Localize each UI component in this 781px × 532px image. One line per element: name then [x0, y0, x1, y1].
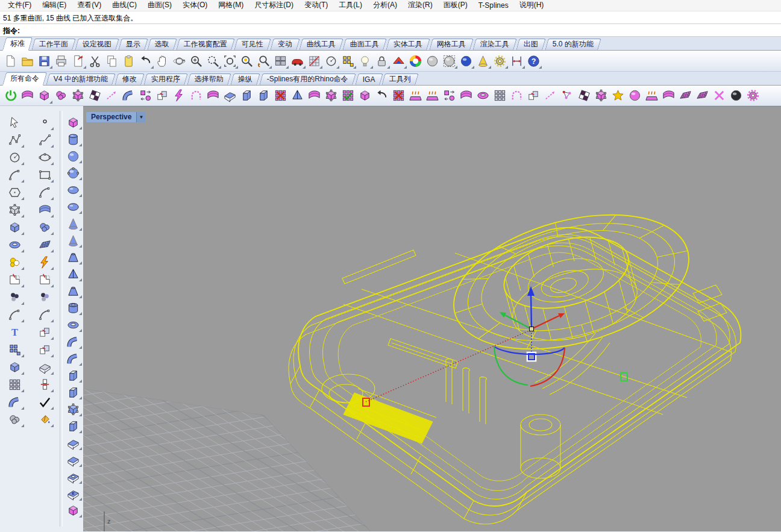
ts-convert-surface-icon[interactable] — [19, 87, 36, 104]
solid-pyramid-icon[interactable] — [63, 266, 83, 283]
tab-curve-tools[interactable]: 曲线工具 — [299, 39, 343, 50]
solid-sphere-points-icon[interactable] — [63, 164, 83, 181]
twist-tool-icon[interactable] — [5, 393, 25, 411]
save-icon[interactable] — [36, 52, 52, 69]
menu-tools[interactable]: 工具(L) — [333, 0, 368, 12]
tab-utilities[interactable]: 实用程序 — [143, 74, 187, 85]
polygon-tool-icon[interactable] — [5, 184, 25, 201]
plugin-puzzle-icon[interactable] — [5, 254, 25, 271]
ts-clamp-icon[interactable] — [441, 87, 457, 104]
tab-new-in-v5[interactable]: 5.0 的新功能 — [545, 39, 601, 50]
trim-tool-icon[interactable] — [5, 271, 25, 289]
ts-box-icon[interactable] — [36, 87, 52, 104]
pan-icon[interactable] — [154, 52, 171, 69]
solid-cone-icon[interactable] — [63, 232, 83, 249]
solid-extrusion-alt-icon[interactable] — [63, 384, 83, 401]
rendered-sphere-icon[interactable] — [458, 52, 474, 69]
tab-all-commands[interactable]: 所有命令 — [2, 72, 47, 86]
ts-poly-face-icon[interactable] — [289, 87, 306, 104]
menu-tsplines[interactable]: T-Splines — [473, 0, 514, 11]
surface-tool-icon[interactable] — [34, 201, 55, 219]
solid-torus-icon[interactable] — [63, 316, 83, 333]
solid-ellipsoid-alt-icon[interactable] — [63, 198, 83, 215]
ts-skew-sheet-icon[interactable] — [677, 87, 694, 104]
ellipse-tool-icon[interactable] — [34, 149, 55, 166]
display-wedge-icon[interactable] — [390, 52, 407, 69]
solid-tube-icon[interactable] — [63, 299, 83, 316]
text-tool-icon[interactable]: T — [5, 324, 25, 341]
tab-viewport-layout[interactable]: 工作视窗配置 — [176, 39, 234, 50]
print-icon[interactable] — [53, 52, 69, 69]
tab-set-view[interactable]: 设定视图 — [75, 39, 119, 50]
ts-snap-grid-icon[interactable] — [492, 87, 508, 104]
point-tool-icon[interactable] — [34, 114, 55, 131]
rectangle-tool-icon[interactable] — [34, 166, 55, 184]
ts-gear-icon[interactable] — [745, 87, 761, 104]
undo-icon[interactable] — [137, 52, 154, 69]
ts-bowl-icon[interactable] — [475, 87, 491, 104]
curve-tool-icon[interactable] — [34, 131, 55, 149]
solid-box-icon[interactable] — [63, 114, 83, 131]
zoom-extents-icon[interactable] — [222, 52, 238, 69]
array-linear-icon[interactable] — [34, 376, 55, 393]
ts-branch-icon[interactable] — [121, 87, 137, 104]
ts-tree-icon[interactable] — [559, 87, 576, 104]
tab-toolbar-list[interactable]: 工具列 — [382, 74, 419, 85]
tab-selection-help[interactable]: 选择帮助 — [187, 74, 231, 85]
dimension-icon[interactable] — [509, 52, 525, 69]
box-tool-icon[interactable] — [5, 219, 25, 236]
perspective-viewport[interactable]: Perspective ▼ z — [83, 106, 781, 531]
ts-banner-icon[interactable] — [660, 87, 677, 104]
ts-weld-2-icon[interactable] — [424, 87, 441, 104]
solid-text-icon[interactable]: E — [63, 485, 83, 502]
ts-checker-icon[interactable] — [576, 87, 592, 104]
solid-slab-icon[interactable] — [63, 434, 83, 451]
cplane-grid-icon[interactable] — [306, 52, 322, 69]
tab-render-tools[interactable]: 渲染工具 — [472, 39, 516, 50]
ts-arc-arrow-icon[interactable] — [509, 87, 525, 104]
menu-mesh[interactable]: 网格(M) — [213, 0, 249, 12]
ts-grid-check-icon[interactable] — [340, 87, 356, 104]
polyline-tool-icon[interactable] — [5, 131, 25, 149]
object-items-icon[interactable] — [340, 52, 356, 69]
ts-sphere-cage-icon[interactable] — [87, 87, 103, 104]
ts-s-bend-icon[interactable] — [458, 87, 474, 104]
extrude-ribs-icon[interactable] — [34, 358, 55, 376]
tab-cplane[interactable]: 工作平面 — [31, 39, 75, 50]
ts-heat-icon[interactable] — [644, 87, 660, 104]
ts-shell-icon[interactable] — [728, 87, 744, 104]
viewport-title-label[interactable]: Perspective — [86, 112, 136, 122]
ts-swap-icon[interactable] — [137, 87, 154, 104]
solid-truncated-cone-icon[interactable] — [63, 249, 83, 266]
tab-visibility[interactable]: 可见性 — [234, 39, 271, 50]
tab-drafting[interactable]: 出图 — [516, 39, 545, 50]
revolve-tool-icon[interactable] — [5, 236, 25, 254]
tab-modify[interactable]: 修改 — [114, 74, 144, 85]
menu-dimension[interactable]: 尺寸标注(D) — [249, 0, 299, 12]
solid-pipe-icon[interactable] — [63, 333, 83, 350]
ts-weld-icon[interactable] — [407, 87, 424, 104]
tab-standard[interactable]: 标准 — [2, 37, 33, 51]
tab-manipulation[interactable]: 操纵 — [230, 74, 260, 85]
solid-hole-icon[interactable] — [63, 468, 83, 485]
menu-edit[interactable]: 编辑(E) — [37, 0, 72, 12]
fillet-curve-icon[interactable] — [5, 306, 25, 324]
surface-points-tool-icon[interactable] — [5, 201, 25, 219]
ts-vector-icon[interactable] — [542, 87, 559, 104]
viewport-title-dropdown-icon[interactable]: ▼ — [136, 112, 145, 122]
boolean-union-icon[interactable] — [5, 358, 25, 376]
ts-arch-icon[interactable] — [188, 87, 204, 104]
menu-help[interactable]: 说明(H) — [514, 0, 550, 12]
ts-pentagon-icon[interactable] — [627, 87, 643, 104]
solid-paraboloid-icon[interactable] — [63, 215, 83, 232]
ts-insert-down-icon[interactable] — [272, 87, 289, 104]
menu-surface[interactable]: 曲面(S) — [142, 0, 177, 12]
check-tool-icon[interactable] — [34, 393, 55, 411]
tab-iga[interactable]: IGA — [355, 74, 383, 85]
arc-tool-icon[interactable] — [5, 166, 25, 184]
pointer-tool-icon[interactable] — [5, 114, 25, 131]
solid-extrude-face-icon[interactable] — [63, 418, 83, 434]
menu-render[interactable]: 渲染(R) — [403, 0, 438, 12]
zoom-selected-icon[interactable] — [239, 52, 255, 69]
command-prompt[interactable]: 指令: — [0, 24, 781, 37]
